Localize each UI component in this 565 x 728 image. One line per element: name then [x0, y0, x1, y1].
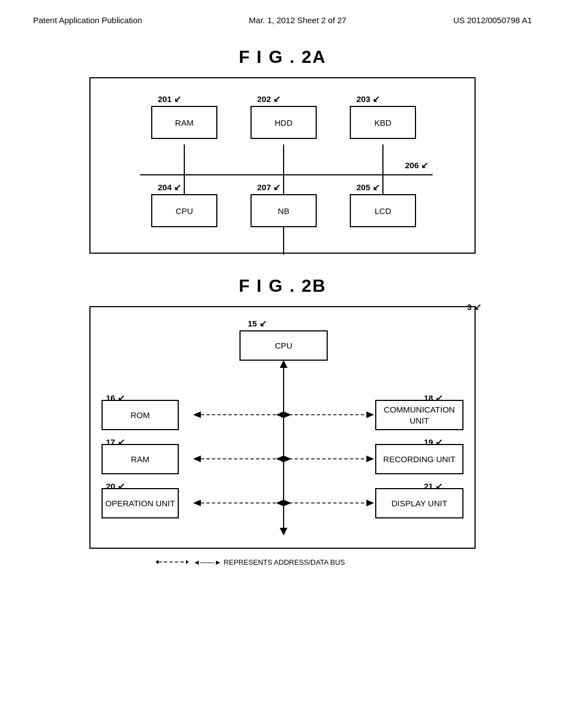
page-header: Patent Application Publication Mar. 1, 2… [0, 0, 565, 30]
block-display-unit: DISPLAY UNIT [375, 488, 463, 518]
svg-marker-22 [276, 456, 284, 462]
fig2a-diagram: 201 ↙ RAM 202 ↙ HDD 203 ↙ KBD 206 ↙ 204 [89, 77, 476, 254]
ref-204: 204 ↙ [158, 182, 181, 192]
ref-203: 203 ↙ [356, 94, 380, 104]
ref-201: 201 ↙ [158, 94, 181, 104]
legend: ◄——► REPRESENTS ADDRESS/DATA BUS [156, 556, 476, 568]
svg-marker-27 [366, 500, 374, 506]
ref-15: 15 ↙ [248, 318, 266, 329]
block-ram-2a: RAM [151, 106, 217, 139]
svg-marker-15 [366, 411, 374, 418]
block-lcd: LCD [350, 194, 416, 227]
legend-label: ◄——► REPRESENTS ADDRESS/DATA BUS [193, 558, 345, 566]
ref-207: 207 ↙ [257, 182, 280, 192]
block-cpu-2a: CPU [151, 194, 217, 227]
svg-marker-18 [193, 456, 201, 462]
svg-marker-21 [366, 456, 374, 462]
svg-marker-10 [280, 360, 287, 368]
block-kbd: KBD [350, 106, 416, 139]
legend-arrow-icon [156, 556, 189, 568]
svg-marker-12 [193, 411, 201, 418]
block-operation-unit: OPERATION UNIT [102, 488, 179, 518]
svg-marker-16 [276, 411, 284, 418]
header-right: US 2012/0050798 A1 [453, 15, 532, 25]
fig2b-title: F I G . 2B [89, 276, 476, 296]
fig2b-outer-ref-container: 3 ↙ [89, 306, 476, 549]
svg-marker-31 [186, 560, 189, 564]
svg-marker-28 [276, 500, 284, 506]
ref-205: 205 ↙ [356, 182, 380, 192]
block-rom: ROM [102, 400, 179, 430]
svg-marker-24 [193, 500, 201, 506]
fig2b-section: F I G . 2B 3 ↙ [89, 276, 476, 568]
block-recording-unit: RECORDING UNIT [375, 444, 463, 474]
header-middle: Mar. 1, 2012 Sheet 2 of 27 [249, 15, 347, 25]
header-left: Patent Application Publication [33, 15, 142, 25]
block-cpu-2b: CPU [239, 330, 328, 361]
ref-206: 206 ↙ [405, 160, 428, 170]
svg-marker-9 [280, 528, 287, 536]
fig2a-title: F I G . 2A [89, 47, 476, 67]
svg-marker-30 [156, 560, 158, 564]
block-hdd: HDD [250, 106, 317, 139]
block-communication-unit: COMMUNICATION UNIT [375, 400, 463, 430]
ref-202: 202 ↙ [257, 94, 280, 104]
fig2a-section: F I G . 2A 201 ↙ RAM [89, 47, 476, 254]
block-ram-2b: RAM [102, 444, 179, 474]
block-nb: NB [250, 194, 317, 227]
fig2b-diagram: 15 ↙ CPU 16 ↙ ROM 17 ↙ RAM [89, 306, 476, 549]
